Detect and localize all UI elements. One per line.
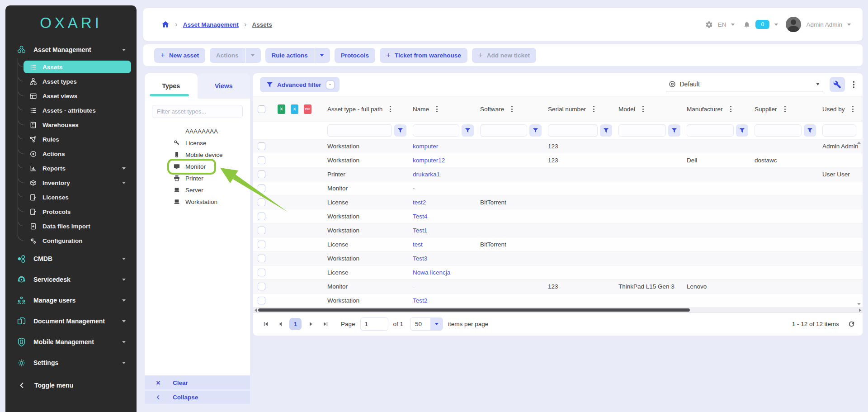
table-row[interactable]: WorkstationTest2 (253, 294, 863, 308)
breadcrumb-assets[interactable]: Assets (252, 21, 272, 28)
column-menu-icon[interactable] (591, 104, 596, 114)
sidebar-item-assets-attributes[interactable]: Assets - attributes (24, 104, 131, 117)
row-checkbox[interactable] (258, 269, 265, 276)
asset-name-link[interactable]: Test1 (413, 227, 427, 234)
view-selector-dropdown[interactable]: Default (666, 78, 823, 91)
asset-name-link[interactable]: Test3 (413, 255, 427, 262)
asset-type-workstation[interactable]: Workstation (152, 196, 243, 208)
clear-button[interactable]: × Clear (145, 376, 250, 389)
chevron-down-icon[interactable] (847, 24, 851, 26)
sidebar-item-reports[interactable]: Reports (24, 162, 131, 175)
table-row[interactable]: WorkstationTest1 (253, 223, 863, 237)
horizontal-scrollbar[interactable] (253, 308, 863, 313)
sidebar-section-mobile-management[interactable]: Mobile Management (9, 333, 133, 351)
filter-input-asset-type-full-path[interactable] (327, 124, 392, 137)
column-menu-icon[interactable] (434, 104, 439, 114)
excel-alt-export-icon[interactable]: X (291, 104, 298, 114)
sidebar-item-assets[interactable]: Assets (24, 61, 131, 73)
toolbar-button-add-new-ticket[interactable]: + Add new ticket (472, 48, 536, 63)
filter-asset-types-input[interactable] (152, 105, 243, 118)
sidebar-section-manage-users[interactable]: Manage users (9, 291, 133, 309)
asset-type-license[interactable]: License (152, 137, 243, 149)
chevron-down-icon[interactable] (774, 24, 778, 26)
pdf-export-icon[interactable]: PDF (304, 104, 311, 114)
column-header-used-by[interactable]: Used by (822, 96, 863, 122)
asset-name-link[interactable]: komputer12 (413, 157, 445, 164)
chevron-down-icon[interactable] (731, 24, 735, 26)
tab-views[interactable]: Views (198, 73, 250, 99)
sidebar-item-asset-views[interactable]: Asset views (24, 90, 131, 102)
filter-button-serial-number[interactable] (600, 124, 612, 137)
filter-button-asset-type-full-path[interactable] (394, 124, 406, 137)
asset-name-link[interactable]: Nowa licencja (413, 269, 450, 276)
filter-button-name[interactable] (462, 124, 474, 137)
home-icon[interactable] (161, 20, 170, 28)
row-checkbox[interactable] (258, 283, 265, 290)
scroll-down-arrow[interactable] (857, 303, 861, 305)
asset-type-monitor[interactable]: Monitor (152, 161, 243, 172)
column-menu-icon[interactable] (783, 104, 788, 114)
table-row[interactable]: LicensetestBitTorrent (253, 237, 863, 251)
sidebar-item-protocols[interactable]: Protocols (24, 205, 131, 218)
table-row[interactable]: WorkstationTest4 (253, 209, 863, 223)
filter-input-supplier[interactable] (755, 124, 802, 137)
sidebar-item-asset-types[interactable]: Asset types (24, 75, 131, 88)
scroll-up-arrow[interactable] (857, 142, 861, 144)
vertical-scrollbar[interactable] (857, 142, 861, 305)
sidebar-item-actions[interactable]: Actions (24, 147, 131, 160)
table-row[interactable]: LicenseNowa licencja (253, 265, 863, 279)
sidebar-item-warehouses[interactable]: Warehouses (24, 118, 131, 131)
column-header-serial-number[interactable]: Serial number (548, 96, 618, 122)
user-avatar[interactable] (786, 17, 801, 32)
scrollbar-thumb[interactable] (258, 308, 690, 312)
advanced-filter-button[interactable]: Advanced filter - (260, 77, 340, 92)
toolbar-button-protocols[interactable]: Protocols (335, 48, 375, 63)
asset-name-link[interactable]: Test2 (413, 297, 427, 304)
table-row[interactable]: Workstationkomputer12123Delldostawc (253, 153, 863, 167)
excel-export-icon[interactable]: X (278, 104, 285, 114)
page-number-input[interactable] (360, 317, 388, 331)
sidebar-section-asset-management[interactable]: Asset Management (9, 41, 133, 59)
filter-input-serial-number[interactable] (548, 124, 598, 137)
filter-input-software[interactable] (480, 124, 527, 137)
sidebar-item-configuration[interactable]: Configuration (24, 234, 131, 247)
scroll-right-arrow[interactable] (859, 308, 861, 312)
toolbar-button-new-asset[interactable]: + New asset (154, 48, 205, 63)
user-name[interactable]: Admin Admin (806, 21, 842, 28)
row-checkbox[interactable] (258, 227, 265, 234)
prev-page-button[interactable] (274, 318, 286, 330)
asset-name-link[interactable]: test (413, 241, 423, 248)
sidebar-section-cmdb[interactable]: CMDB (9, 250, 133, 268)
asset-name-link[interactable]: test2 (413, 199, 426, 206)
refresh-icon[interactable] (848, 320, 855, 328)
select-all-checkbox[interactable] (258, 105, 265, 113)
asset-type-server[interactable]: Server (152, 184, 243, 196)
grid-menu-kebab-icon[interactable] (851, 79, 857, 90)
filter-input-manufacturer[interactable] (687, 124, 734, 137)
sidebar-section-servicedesk[interactable]: Servicedesk (9, 270, 133, 289)
column-menu-icon[interactable] (509, 104, 514, 114)
column-header-name[interactable]: Name (413, 96, 480, 122)
row-checkbox[interactable] (258, 255, 265, 262)
next-page-button[interactable] (305, 318, 316, 330)
sidebar-item-data-files-import[interactable]: Data files import (24, 220, 131, 232)
column-header-supplier[interactable]: Supplier (755, 96, 822, 122)
toolbar-button-actions[interactable]: Actions (210, 48, 261, 63)
table-row[interactable]: Printerdrukarka1User User (253, 167, 863, 181)
row-checkbox[interactable] (258, 170, 265, 178)
toolbar-button-ticket-from-warehouse[interactable]: + Ticket from warehouse (380, 48, 467, 63)
table-row[interactable]: Monitor- (253, 181, 863, 195)
language-selector[interactable]: EN (718, 21, 726, 28)
column-header-model[interactable]: Model (618, 96, 687, 122)
page-1-button[interactable]: 1 (289, 318, 302, 330)
sidebar-section-settings[interactable]: Settings (9, 354, 133, 372)
first-page-button[interactable] (259, 318, 271, 330)
row-checkbox[interactable] (258, 142, 265, 150)
column-menu-icon[interactable] (641, 104, 646, 114)
table-row[interactable]: WorkstationTest3 (253, 251, 863, 265)
notifications-bell-icon[interactable] (743, 21, 750, 28)
collapse-button[interactable]: Collapse (145, 391, 250, 404)
sidebar-item-inventory[interactable]: Inventory (24, 176, 131, 189)
toggle-menu-button[interactable]: Toggle menu (9, 376, 133, 394)
settings-gear-icon[interactable] (705, 21, 713, 28)
